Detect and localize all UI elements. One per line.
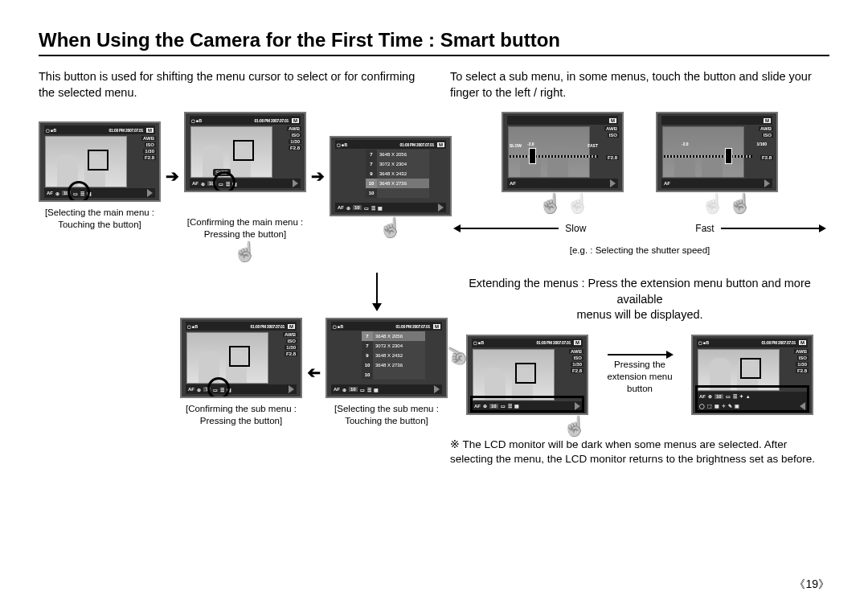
- extension-icon: [147, 189, 153, 197]
- lcd-preview-sub-confirm: ▢ ■ B01:00 PM 2007.07.01M AWBISO1/30F2.8…: [180, 318, 302, 398]
- arrow-right-icon: [721, 228, 825, 229]
- lcd-shutter-fast: M AWBISOF2.8 -2.0 1/160 AF: [656, 112, 778, 192]
- lcd-preview-main-select: ▢ ■ B01:00 PM 2007.07.01M AWBISO1/30F2.8…: [39, 121, 161, 202]
- highlight-circle: [68, 181, 90, 202]
- hand-icon: ☝: [563, 415, 587, 438]
- left-column: This button is used for shifting the men…: [39, 69, 418, 466]
- fast-label: Fast: [695, 223, 714, 234]
- lcd-before-extension: ▢ ■ B01:00 PM 2007.07.01M AWBISO1/30F2.8…: [466, 335, 588, 415]
- lcd-preview-sub-select: ▢ ■ B01:00 PM 2007.07.01M 73648 X 2056 7…: [326, 318, 448, 398]
- selection-box: [470, 396, 584, 413]
- smart-button-bar[interactable]: AF⊕10▭☰▦: [44, 188, 155, 198]
- caption-main-confirm: [Confirming the main menu :Pressing the …: [187, 216, 303, 240]
- caption-main-select: [Selecting the main menu :Touching the b…: [45, 207, 154, 231]
- lcd-preview-main-confirm: ▢ ■ B01:00 PM 2007.07.01M AWBISO1/30F2.8…: [184, 112, 306, 192]
- page-number: 《19》: [794, 577, 829, 592]
- extension-caption: Pressing theextension menubutton: [607, 359, 672, 395]
- size-menu[interactable]: 73648 X 2056 73072 X 2304 93648 X 2432 1…: [366, 150, 429, 198]
- hand-icon: ☝: [728, 192, 752, 215]
- arrow-right-icon: ➔: [311, 166, 325, 186]
- hand-icon: ☝: [538, 192, 563, 215]
- left-intro: This button is used for shifting the men…: [39, 69, 418, 101]
- hand-icon: ☝: [233, 240, 257, 263]
- lcd-preview-submenu-open: ▢ ■ B01:00 PM 2007.07.01M 73648 X 2056 7…: [330, 136, 452, 216]
- arrow-down-icon: [376, 273, 378, 310]
- hand-icon: ☝: [379, 216, 403, 239]
- arrow-left-icon: [455, 228, 559, 229]
- selection-box: [695, 385, 809, 413]
- right-column: To select a sub menu, in some menus, tou…: [450, 69, 829, 466]
- lcd-shutter-slow: M AWBISOF2.8 SLOW FAST -2.0 AF: [502, 112, 624, 192]
- caption-sub-confirm: [Confirming the sub menu :Pressing the b…: [186, 403, 297, 427]
- arrow-right-icon: [608, 354, 672, 355]
- caption-sub-select: [Selecting the sub menu :Touching the bu…: [334, 403, 439, 427]
- right-intro: To select a sub menu, in some menus, tou…: [450, 69, 829, 101]
- page-title: When Using the Camera for the First Time…: [39, 29, 829, 56]
- arrow-right-icon: ➔: [166, 166, 179, 186]
- shutter-slider[interactable]: -2.0 1/160: [664, 150, 752, 162]
- hand-icon: ☝: [701, 192, 725, 215]
- example-caption: [e.g. : Selecting the shutter speed]: [450, 245, 829, 255]
- shutter-slider[interactable]: SLOW FAST -2.0: [510, 150, 598, 162]
- size-menu[interactable]: 73648 X 2056 73072 X 2304 93648 X 2432 1…: [362, 331, 425, 380]
- slow-label: Slow: [565, 223, 586, 234]
- hand-icon: ☝: [566, 192, 590, 215]
- extend-intro: Extending the menus : Press the extensio…: [450, 276, 829, 323]
- footnote: ※ The LCD monitor will be dark when some…: [450, 438, 829, 466]
- arrow-left-icon: ➔: [307, 363, 321, 382]
- lcd-after-extension: ▢ ■ B01:00 PM 2007.07.01M AWBISO1/30F2.8…: [691, 335, 813, 415]
